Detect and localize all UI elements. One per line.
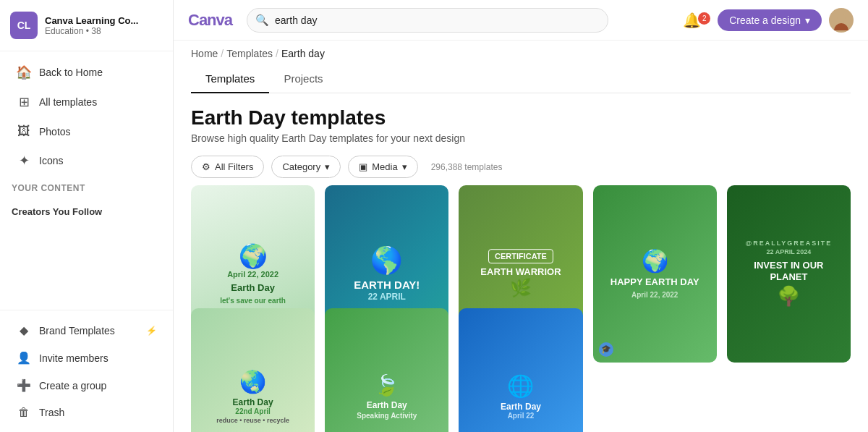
home-icon: 🏠 [16, 64, 32, 80]
card-inner: CERTIFICATE EARTH WARRIOR 🌿 [465, 243, 576, 304]
sidebar-item-label: Invite members [39, 352, 109, 364]
card-inner: 🌏 Earth Day 22nd April reduce • reuse • … [197, 363, 309, 430]
sidebar-item-trash[interactable]: 🗑 Trash [4, 399, 169, 425]
brand-icon: ◆ [16, 323, 32, 337]
page-title: Earth Day templates [191, 106, 851, 130]
notification-badge: 2 [698, 12, 710, 25]
sidebar-item-all-templates[interactable]: ⊞ All templates [4, 88, 169, 117]
org-name: Canva Learning Co... [45, 15, 163, 26]
invite-icon: 👤 [16, 351, 32, 365]
card-image: 🌐 Earth Day April 22 [459, 308, 582, 433]
breadcrumb: Home / Templates / Earth day [174, 41, 868, 59]
search-input[interactable] [247, 8, 608, 33]
trash-icon: 🗑 [16, 406, 32, 419]
filter-category-label: Category [282, 161, 320, 172]
sidebar-item-back-home[interactable]: 🏠 Back to Home [4, 58, 169, 87]
sidebar-item-icons[interactable]: ✦ Icons [4, 146, 169, 175]
topbar: Canva 🔍 🔔 2 Create a design ▾ [174, 0, 868, 41]
filter-category[interactable]: Category ▾ [271, 156, 341, 178]
search-icon: 🔍 [255, 14, 269, 27]
sidebar-item-label: Brand Templates [39, 325, 115, 336]
template-card[interactable]: @REALLYGREASITE 22 APRIL 2024 INVEST IN … [727, 185, 851, 363]
template-card[interactable]: 🌏 Earth Day 22nd April reduce • reuse • … [191, 308, 315, 433]
grid-icon: ⊞ [16, 94, 32, 110]
sidebar-item-brand-templates[interactable]: ◆ Brand Templates ⚡ [4, 317, 169, 344]
profile-info: Canva Learning Co... Education • 38 [45, 15, 163, 36]
filter-all-filters[interactable]: ⚙ All Filters [191, 156, 264, 178]
globe-icon: 🌎 [337, 245, 437, 276]
chevron-down-icon: ▾ [402, 161, 407, 172]
globe-icon: 🌏 [203, 369, 303, 394]
sidebar-nav: 🏠 Back to Home ⊞ All templates 🖼 Photos … [0, 51, 173, 310]
avatar: CL [10, 12, 38, 39]
template-card[interactable]: 🍃 Earth Day Speaking Activity 🎓 Earth Da… [325, 308, 448, 433]
card-inner: 🌍 HAPPY EARTH DAY April 22, 2022 [599, 242, 710, 305]
breadcrumb-templates[interactable]: Templates [226, 48, 273, 59]
filter-bar: ⚙ All Filters Category ▾ ▣ Media ▾ 296,3… [174, 147, 868, 185]
tab-templates[interactable]: Templates [191, 65, 269, 93]
globe-icon: 🌍 [203, 242, 303, 270]
filter-label: All Filters [215, 161, 253, 172]
page-subtitle: Browse high quality Earth Day templates … [191, 132, 851, 144]
globe-icon: 🌐 [471, 373, 571, 399]
character-icon: 🌳 [739, 285, 838, 308]
sidebar-item-label: Trash [39, 407, 64, 418]
sidebar-item-label: Create a group [39, 380, 106, 391]
sidebar-profile[interactable]: CL Canva Learning Co... Education • 38 [0, 0, 173, 51]
create-group-icon: ➕ [16, 378, 32, 392]
user-avatar[interactable] [829, 8, 854, 33]
template-card[interactable]: 🌍 HAPPY EARTH DAY April 22, 2022 🎓 Happy… [593, 185, 717, 363]
filter-media[interactable]: ▣ Media ▾ [348, 156, 417, 178]
sidebar-item-create-group[interactable]: ➕ Create a group [4, 372, 169, 399]
card-title: Retro Vintage Ear... [734, 338, 843, 348]
sidebar-item-label: All templates [39, 96, 97, 108]
chevron-down-icon: ▾ [805, 14, 810, 26]
creators-follow-label: Creators You Follow [0, 196, 173, 220]
org-sub: Education • 38 [45, 26, 163, 36]
app-logo: Canva [188, 11, 232, 30]
sidebar-item-label: Photos [39, 126, 71, 137]
card-subtitle: Instagram Post by In... [734, 348, 843, 357]
section-tabs: Templates Projects [191, 65, 851, 93]
card-inner: 🌎 EARTH DAY! 22 APRIL [331, 240, 443, 308]
card-image: 🌏 Earth Day 22nd April reduce • reuse • … [191, 308, 315, 433]
template-grid: 🌍 April 22, 2022 Earth Day let's save ou… [174, 185, 868, 432]
svg-point-1 [837, 14, 846, 22]
breadcrumb-current: Earth day [281, 48, 325, 59]
breadcrumb-home[interactable]: Home [191, 48, 218, 59]
leaf-icon: 🍃 [337, 373, 437, 397]
your-content-label: Your Content [0, 176, 173, 196]
card-inner: 🌍 April 22, 2022 Earth Day let's save ou… [197, 237, 309, 310]
card-image: 🍃 Earth Day Speaking Activity [325, 308, 448, 433]
globe-icon: 🌿 [471, 278, 571, 298]
sidebar-item-invite-members[interactable]: 👤 Invite members [4, 344, 169, 371]
icons-icon: ✦ [16, 153, 32, 169]
card-inner: 🍃 Earth Day Speaking Activity [331, 368, 443, 425]
card-inner: @REALLYGREASITE 22 APRIL 2024 INVEST IN … [733, 234, 844, 313]
create-design-label: Create a design [729, 14, 801, 26]
tab-projects[interactable]: Projects [269, 65, 337, 93]
sidebar-item-label: Back to Home [39, 67, 103, 78]
sidebar-bottom: ◆ Brand Templates ⚡ 👤 Invite members ➕ C… [0, 310, 173, 432]
card-subtitle: Flyer by cozz_design [600, 348, 710, 357]
search-bar: 🔍 [247, 8, 608, 33]
card-inner: 🌐 Earth Day April 22 [465, 368, 576, 425]
topbar-right: 🔔 2 Create a design ▾ [679, 8, 854, 33]
main-area: Canva 🔍 🔔 2 Create a design ▾ [174, 0, 868, 432]
page-heading: Earth Day templates Browse high quality … [174, 93, 868, 147]
breadcrumb-sep-2: / [276, 48, 278, 59]
breadcrumb-sep-1: / [221, 48, 224, 59]
filter-media-icon: ▣ [359, 161, 367, 172]
sidebar-item-label: Icons [39, 155, 63, 166]
template-card[interactable]: 🌐 Earth Day April 22 Earth Day Blue Inst… [459, 308, 582, 433]
filter-media-label: Media [372, 161, 397, 172]
main-content: Home / Templates / Earth day Templates P… [174, 41, 868, 432]
create-design-button[interactable]: Create a design ▾ [718, 9, 822, 31]
template-count: 296,388 templates [431, 162, 503, 172]
globe-icon: 🌍 [605, 248, 705, 274]
sidebar-item-photos[interactable]: 🖼 Photos [4, 117, 169, 145]
filter-icon: ⚙ [202, 161, 210, 172]
photos-icon: 🖼 [16, 124, 32, 139]
chevron-down-icon: ▾ [325, 161, 330, 172]
sidebar: CL Canva Learning Co... Education • 38 🏠… [0, 0, 174, 432]
